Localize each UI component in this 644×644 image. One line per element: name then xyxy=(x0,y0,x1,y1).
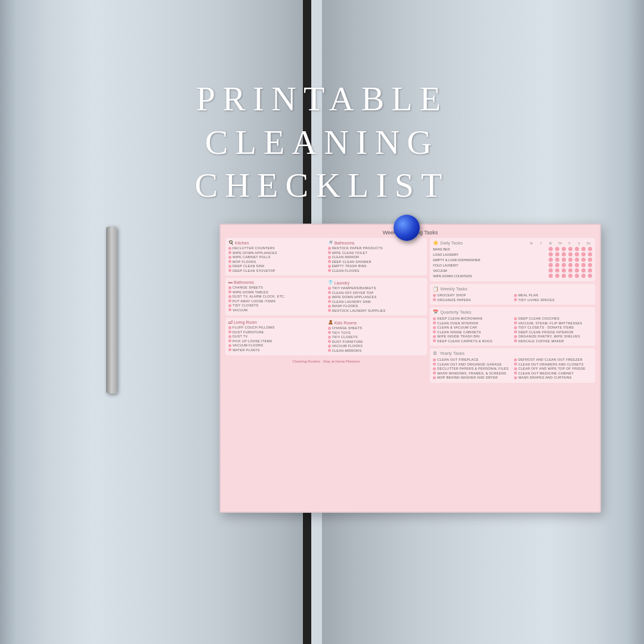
title-line-1: PRINTABLE xyxy=(196,79,448,118)
list-item: CLEAN FLOORS xyxy=(328,269,425,273)
bedrooms-label: Bathrooms xyxy=(234,280,254,284)
list-item: MEAL PLAN xyxy=(514,293,592,297)
quarterly-icon: 📅 xyxy=(433,309,438,315)
list-item: PICK UP LOOSE ITEMS xyxy=(228,339,325,343)
day-th: TH xyxy=(556,242,564,245)
list-item: DEFROST AND CLEAN OUT FREEZER xyxy=(514,358,592,361)
title-line-2: CLEANING xyxy=(205,123,439,162)
list-item: WIPE DOWN APPLIANCES xyxy=(328,295,425,299)
kids-rooms-label: Kids Rooms xyxy=(335,321,357,325)
magnet xyxy=(394,215,420,241)
list-item: TIDY CLOSETS - DONATE ITEMS xyxy=(514,326,592,329)
list-item: WIPE INSIDE TRASH BIN xyxy=(433,335,511,338)
list-item: DESCALE COFFEE MAKER xyxy=(514,339,592,343)
list-item: CLEAN OUT MEDICINE CABINET xyxy=(514,371,592,375)
weekly-tasks-icon: 📋 xyxy=(433,286,438,292)
list-item: PUT AWAY LOOSE ITEMS xyxy=(228,299,325,303)
yearly-title: Yearly Tasks xyxy=(439,351,465,356)
fridge-handle-left xyxy=(106,227,117,394)
list-item: EMPTY TRASH BINS xyxy=(328,264,425,268)
kitchen-label: Kitchen xyxy=(235,241,249,245)
list-item: WIPE CLEAN TOILET xyxy=(328,251,425,255)
list-item: VACUUM xyxy=(228,308,325,312)
list-item: CLEAN OFF DRYER TOP xyxy=(328,291,425,295)
list-item: CLEAN MIRROR xyxy=(328,255,425,259)
day-f: F xyxy=(566,242,573,245)
list-item: WIPE DOWN COUNTERS xyxy=(433,274,592,278)
list-item: TIDY LIVING SPACES xyxy=(514,298,592,302)
list-item: RESTOCK LAUNDRY SUPPLIES xyxy=(328,309,425,312)
list-item: MOP FLOORS xyxy=(228,260,325,264)
bathrooms-right-label: Bathrooms xyxy=(335,241,355,245)
day-s: S xyxy=(575,242,583,245)
list-item: DUST TV, ALARM CLOCK, ETC. xyxy=(228,295,325,298)
list-item: CLEAN MIRRORS xyxy=(328,349,425,352)
list-item: WIPE DOWN APPLIANCES xyxy=(228,251,325,255)
day-t: T xyxy=(537,242,544,245)
list-item: EMPTY & LOAD DISHWASHER xyxy=(433,258,592,262)
list-item: MOP BEHIND WASHER AND DRYER xyxy=(433,376,511,379)
list-item: CHANGE SHEETS xyxy=(328,326,425,330)
list-item: CLEAN & VACUUM CAR xyxy=(433,326,511,329)
list-item: VACUUM xyxy=(433,268,592,273)
list-item: RESTOCK PAPER PRODUCTS xyxy=(328,246,425,250)
list-item: GROCERY SHOP xyxy=(433,293,511,297)
list-item: VACUUM FLOORS xyxy=(228,343,325,347)
living-room-label: Living Room xyxy=(234,320,257,324)
list-item: WATER PLANTS xyxy=(228,348,325,352)
list-item: CLEAN OUT DRAWERS AND CLOSETS xyxy=(514,363,592,366)
list-item: WIPE DOWN TABLES xyxy=(228,290,325,294)
list-item: DECLUTTER PAPERS & PERSONAL FILES xyxy=(433,367,511,370)
list-item: DEEP CLEAN FRIDGE INTERIOR xyxy=(514,330,592,334)
list-item: CLEAN LAUNDRY SINK xyxy=(328,300,425,304)
list-item: DEEP CLEAN CARPETS & RUGS xyxy=(433,339,511,343)
weekly-tasks-title: Weekly Tasks xyxy=(440,286,467,292)
kids-rooms-icon: 🧸 xyxy=(328,320,333,325)
list-item: ORGANIZE PANTRY, WIPE SHELVES xyxy=(514,335,592,338)
list-item: WASH WINDOWS, FRAMES, & SCREENS xyxy=(433,371,511,375)
list-item: TIDY HAMPERS/BASKETS xyxy=(328,286,425,290)
list-item: FOLD LAUNDRY xyxy=(433,263,592,267)
list-item: WIPE CABINET PULLS xyxy=(228,255,325,259)
list-item: WASH FLOORS xyxy=(328,304,425,308)
day-m: M xyxy=(528,242,535,245)
list-item: ORGANIZE PAPERS xyxy=(433,298,511,302)
list-item: CLEAR OFF AND WIPE TOP OF FRIDGE xyxy=(514,367,592,370)
list-item: CLEAN OVEN INTERIOR xyxy=(433,321,511,325)
list-item: DUST TV xyxy=(228,335,325,338)
daily-title: Daily Tasks xyxy=(440,240,463,246)
checklist-paper: Weekly Cleaning Tasks 🍳 Kitchen xyxy=(219,224,601,513)
page-title: PRINTABLE CLEANING CHECKLIST xyxy=(195,78,450,208)
list-item: DUST FURNITURE xyxy=(328,340,425,343)
list-item: LOAD LAUNDRY xyxy=(433,252,592,256)
list-item: DEEP CLEAN STOVETOP xyxy=(228,269,325,273)
list-item: DEEP CLEAN SINK xyxy=(228,264,325,268)
list-item: FLUFF COUCH PILLOWS xyxy=(228,326,325,329)
daily-icon: ☀️ xyxy=(433,240,438,246)
laundry-label: Laundry xyxy=(335,281,349,285)
laundry-icon: 👕 xyxy=(328,280,333,285)
bathrooms-right-icon: 🚿 xyxy=(328,240,333,245)
list-item: DEEP CLEAN COUCHES xyxy=(514,317,592,320)
quarterly-title: Quarterly Tasks xyxy=(440,309,471,315)
bedrooms-icon: 🛏 xyxy=(228,280,233,284)
list-item: TIDY CLOSETS xyxy=(328,335,425,339)
list-item: DUST FURNITURE xyxy=(228,330,325,334)
yearly-icon: 🗓 xyxy=(433,351,438,356)
list-item: CLEAN OUT FIREPLACE xyxy=(433,358,511,361)
day-su: SU xyxy=(585,242,592,245)
living-room-icon: 🛋 xyxy=(228,320,233,324)
list-item: CLEAN INSIDE CABINETS xyxy=(433,330,511,334)
list-item: MAKE BED xyxy=(433,247,592,251)
list-item: CHANGE SHEETS xyxy=(228,286,325,289)
list-item: VACUUM FLOORS xyxy=(328,344,425,348)
checklist-footer: Cleaning Routine - Stay at Home Planners xyxy=(225,360,427,363)
list-item: DEEP CLEAN MICROWAVE xyxy=(433,317,511,320)
list-item: TIDY CLOSETS xyxy=(228,304,325,307)
kitchen-icon: 🍳 xyxy=(228,240,234,245)
list-item: CLEAN OUT AND ORGANIZE GARAGE xyxy=(433,363,511,366)
list-item: VACUUM, STEAM, FLIP MATTRESSES xyxy=(514,321,592,325)
day-w: W xyxy=(547,242,554,245)
list-item: WASH DRAPES AND CURTAINS xyxy=(514,376,592,379)
fridge-background: PRINTABLE CLEANING CHECKLIST Weekly Clea… xyxy=(0,0,644,644)
